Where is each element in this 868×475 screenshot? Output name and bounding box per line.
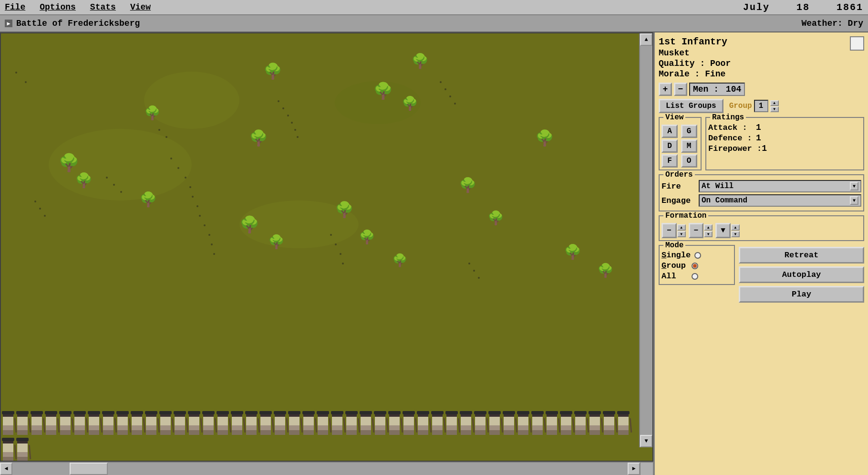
list-item [431,408,444,435]
map-container: ▲ ▼ [0,32,653,475]
scroll-left-btn[interactable]: ◄ [0,463,12,475]
view-btn-d[interactable]: D [661,139,678,153]
defence-label: Defence : [708,134,756,143]
defence-row: Defence : 1 [708,133,861,143]
map-area[interactable]: ▲ ▼ [0,32,653,462]
list-item [488,408,501,435]
formation-btn-1[interactable]: − [661,223,677,238]
single-radio[interactable] [694,252,701,259]
view-ratings-row: View A G D M F O Ratings Attack : 1 [659,117,864,170]
autoplay-btn[interactable]: Autoplay [739,266,864,283]
date-year: 1861 [837,2,863,13]
list-item [602,408,616,435]
scroll-thumb-h[interactable] [70,463,108,475]
list-item [44,408,58,435]
tree-18: 🌳 [564,243,581,261]
menu-view[interactable]: View [130,2,151,12]
main-layout: ▲ ▼ [0,32,868,475]
men-plus-btn[interactable]: + [659,83,672,96]
weather-display: Weather: Dry [801,19,863,28]
fire-order-select[interactable]: At Will ▼ [699,180,861,192]
view-btn-a[interactable]: A [661,125,678,138]
tree-7: 🌳 [249,129,268,148]
formation-arrow-down-1[interactable]: ▼ [677,231,686,237]
list-item [130,408,144,435]
scroll-track-h[interactable] [12,463,628,475]
tree-11: 🌳 [268,234,285,250]
view-box-title: View [663,113,685,122]
group-value: 1 [754,100,768,112]
formation-arrow-up-1[interactable]: ▲ [677,224,686,231]
list-item [230,408,244,435]
retreat-btn[interactable]: Retreat [739,247,864,264]
men-row: + − Men : 104 [659,83,864,96]
view-btn-g[interactable]: G [681,125,697,138]
list-item [16,408,29,435]
tree-9: 🌳 [139,191,157,209]
group-down-btn[interactable]: ▼ [770,106,779,112]
group-radio[interactable] [692,263,698,269]
scroll-down-btn[interactable]: ▼ [640,435,652,447]
scroll-track-v[interactable] [640,46,652,435]
list-item [545,408,558,435]
all-radio[interactable] [692,273,698,280]
tree-16: 🌳 [487,210,504,226]
ratings-box-title: Ratings [710,113,746,122]
formation-arrows-2: ▲ ▼ [704,224,713,237]
list-item [345,408,358,435]
view-btn-o[interactable]: O [681,154,697,168]
list-item [59,408,72,435]
soldiers-container [1,408,639,461]
orders-box: Orders Fire At Will ▼ Engage On Command … [659,174,864,211]
formation-group-3: ▼ ▲ ▼ [715,223,740,238]
men-minus-btn[interactable]: − [674,83,687,96]
menu-options[interactable]: Options [40,2,76,12]
scroll-up-btn[interactable]: ▲ [640,33,652,46]
corner-box [640,462,653,475]
list-item [402,408,415,435]
view-btn-m[interactable]: M [681,139,697,153]
view-btn-f[interactable]: F [661,154,678,168]
menu-file[interactable]: File [5,2,25,12]
scroll-right-btn[interactable]: ► [628,463,640,475]
formation-btn-2[interactable]: − [689,223,704,238]
engage-order-select[interactable]: On Command ▼ [699,194,861,207]
formation-arrow-up-3[interactable]: ▲ [731,224,740,231]
list-item [1,408,15,435]
tree-10: 🌳 [239,215,259,235]
list-item [445,408,458,435]
attack-label: Attack : [708,123,756,132]
list-item [416,408,430,435]
list-item [245,408,258,435]
fire-order-row: Fire At Will ▼ [661,180,861,192]
list-item [1,435,15,461]
tree-12: 🌳 [335,201,354,220]
list-groups-btn[interactable]: List Groups [659,99,723,113]
title-icon: ▶ [5,20,12,27]
formation-group-2: − ▲ ▼ [689,223,713,238]
unit-name: 1st Infantry [659,36,864,47]
list-item [531,408,544,435]
fire-order-value: At Will [702,182,734,190]
menu-stats[interactable]: Stats [90,2,116,12]
play-btn[interactable]: Play [739,286,864,303]
formation-arrow-up-2[interactable]: ▲ [704,224,713,231]
unit-morale: Morale : Fine [659,69,864,79]
engage-order-arrow[interactable]: ▼ [850,196,858,205]
list-item [316,408,330,435]
list-item [302,408,315,435]
formation-arrow-down-3[interactable]: ▼ [731,231,740,237]
list-item [617,408,630,435]
single-mode-label: Single [661,251,691,260]
tree-2: 🌳 [411,53,429,70]
all-mode-label: All [661,272,688,281]
formation-arrow-down-2[interactable]: ▼ [704,231,713,237]
tree-17: 🌳 [535,129,554,148]
map-hscroll: ◄ ► [0,462,653,475]
formation-btn-3[interactable]: ▼ [715,223,731,238]
men-value: 104 [726,84,741,94]
group-up-btn[interactable]: ▲ [770,100,779,106]
fire-order-arrow[interactable]: ▼ [850,182,858,190]
battle-title: Battle of Fredericksberg [16,19,140,28]
title-bar: ▶ Battle of Fredericksberg Weather: Dry [0,15,868,32]
